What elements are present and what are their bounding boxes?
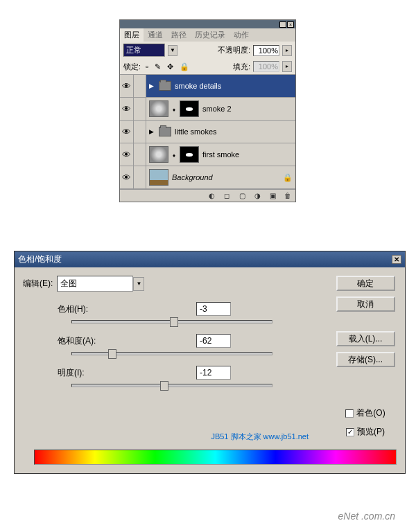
folder-icon xyxy=(159,81,171,91)
disclosure-icon[interactable]: ▶ xyxy=(149,128,154,135)
eye-icon[interactable]: 👁 xyxy=(122,127,131,137)
set-icon[interactable]: ▢ xyxy=(237,192,247,200)
chevron-down-icon[interactable]: ▼ xyxy=(133,277,144,291)
lightness-slider[interactable] xyxy=(71,384,272,387)
chevron-down-icon[interactable]: ▼ xyxy=(168,45,177,56)
slider-thumb[interactable] xyxy=(108,349,116,359)
load-button[interactable]: 载入(L)... xyxy=(336,331,395,346)
lock-label: 锁定: xyxy=(123,62,141,72)
layers-panel: _ × 图层 通道 路径 历史记录 动作 正常 ▼ 不透明度: 100% ▸ 锁… xyxy=(119,19,296,202)
slider-thumb[interactable] xyxy=(160,381,168,391)
hue-input[interactable] xyxy=(196,302,231,316)
minimize-icon[interactable]: _ xyxy=(279,21,286,28)
jb51-watermark: JB51 脚本之家 www.jb51.net xyxy=(211,432,309,442)
layers-list: 👁 ▶smoke details 👁 ⬧smoke 2 👁 ▶little sm… xyxy=(120,75,295,189)
layer-row[interactable]: 👁 ▶smoke details xyxy=(120,75,295,98)
ok-button[interactable]: 确定 xyxy=(336,276,395,291)
lightness-slider-row: 明度(I): xyxy=(58,366,327,387)
saturation-slider[interactable] xyxy=(71,352,272,355)
panel-titlebar: _ × xyxy=(120,20,295,28)
layer-name: little smokes xyxy=(175,127,217,136)
eye-icon[interactable]: 👁 xyxy=(122,150,131,160)
preview-checkbox[interactable]: ✓ xyxy=(346,428,354,436)
hue-saturation-dialog: 色相/饱和度 ✕ 编辑(E): 全图 ▼ 色相(H): 饱和度(A): xyxy=(14,251,406,474)
lightness-input[interactable] xyxy=(196,366,231,380)
edit-label: 编辑(E): xyxy=(23,278,53,290)
link-col[interactable] xyxy=(134,143,146,166)
edit-row: 编辑(E): 全图 ▼ xyxy=(23,276,327,292)
eye-icon[interactable]: 👁 xyxy=(122,172,131,183)
tab-layers[interactable]: 图层 xyxy=(120,28,144,42)
mask-link-icon[interactable]: ⬧ xyxy=(172,151,176,159)
eye-icon[interactable]: 👁 xyxy=(122,104,131,114)
fill-label: 填充: xyxy=(233,62,250,72)
layer-thumbnail[interactable] xyxy=(149,146,168,163)
lock-all-icon[interactable]: 🔒 xyxy=(180,62,189,71)
mask-thumbnail[interactable] xyxy=(180,146,199,163)
preview-label: 预览(P) xyxy=(357,426,385,438)
layer-name: Background xyxy=(172,173,213,181)
adjust-icon[interactable]: ◑ xyxy=(252,192,262,200)
blend-mode-select[interactable]: 正常 xyxy=(123,44,165,57)
lock-icon: 🔒 xyxy=(283,173,293,182)
tab-actions[interactable]: 动作 xyxy=(229,28,253,42)
save-button[interactable]: 存储(S)... xyxy=(336,352,395,367)
colorize-checkbox-row[interactable]: 着色(O) xyxy=(345,407,385,419)
chevron-right-icon: ▸ xyxy=(282,61,292,72)
hue-slider-row: 色相(H): xyxy=(58,302,327,323)
lock-position-icon[interactable]: ✥ xyxy=(167,62,173,71)
layer-thumbnail[interactable] xyxy=(149,100,168,117)
eye-icon[interactable]: 👁 xyxy=(122,81,131,91)
disclosure-icon[interactable]: ▶ xyxy=(149,82,154,89)
layer-thumbnail[interactable] xyxy=(149,169,168,186)
chevron-right-icon[interactable]: ▸ xyxy=(282,45,292,56)
lightness-label: 明度(I): xyxy=(58,367,196,379)
dialog-titlebar[interactable]: 色相/饱和度 ✕ xyxy=(15,251,405,267)
opacity-input[interactable]: 100% xyxy=(253,45,279,56)
mask-icon[interactable]: ◻ xyxy=(222,192,232,200)
colorize-checkbox[interactable] xyxy=(345,409,354,418)
folder-icon xyxy=(159,127,171,136)
lock-paint-icon[interactable]: ✎ xyxy=(155,62,161,71)
opacity-label: 不透明度: xyxy=(218,45,250,55)
link-col[interactable] xyxy=(134,121,146,143)
close-icon[interactable]: ✕ xyxy=(392,255,401,264)
edit-select[interactable]: 全图 xyxy=(57,276,133,292)
saturation-slider-row: 饱和度(A): xyxy=(58,334,327,355)
preview-checkbox-row[interactable]: ✓ 预览(P) xyxy=(346,426,385,438)
link-col[interactable] xyxy=(134,166,146,188)
layer-row[interactable]: 👁 Background🔒 xyxy=(120,166,295,189)
panel-footer: ◐ ◻ ▢ ◑ ▣ 🗑 xyxy=(120,189,295,202)
layer-row[interactable]: 👁 ⬧first smoke xyxy=(120,143,295,166)
mask-link-icon[interactable]: ⬧ xyxy=(172,105,176,113)
blend-row: 正常 ▼ 不透明度: 100% ▸ xyxy=(120,42,295,59)
hue-slider[interactable] xyxy=(71,320,272,323)
cancel-button[interactable]: 取消 xyxy=(336,296,395,312)
dialog-title: 色相/饱和度 xyxy=(18,254,62,265)
tab-channels[interactable]: 通道 xyxy=(144,28,167,42)
link-col[interactable] xyxy=(134,98,146,120)
trash-icon[interactable]: 🗑 xyxy=(283,192,293,200)
tab-paths[interactable]: 路径 xyxy=(167,28,191,42)
spectrum-bar xyxy=(34,450,397,465)
saturation-input[interactable] xyxy=(196,334,231,348)
style-icon[interactable]: ◐ xyxy=(207,192,216,200)
slider-thumb[interactable] xyxy=(170,317,178,327)
layer-name: smoke 2 xyxy=(202,105,232,113)
layer-row[interactable]: 👁 ⬧smoke 2 xyxy=(120,98,295,121)
tab-history[interactable]: 历史记录 xyxy=(191,28,229,42)
hue-label: 色相(H): xyxy=(58,303,196,315)
mask-thumbnail[interactable] xyxy=(180,100,199,117)
saturation-label: 饱和度(A): xyxy=(58,335,196,347)
lock-transparent-icon[interactable]: ▫ xyxy=(146,62,148,71)
fill-input: 100% xyxy=(253,61,279,72)
layer-row[interactable]: 👁 ▶little smokes xyxy=(120,121,295,143)
close-icon[interactable]: × xyxy=(287,21,294,28)
link-col[interactable] xyxy=(134,75,146,97)
enet-watermark: eNet .com.cn xyxy=(338,511,395,522)
dialog-body: 编辑(E): 全图 ▼ 色相(H): 饱和度(A): xyxy=(15,267,405,446)
lock-icons: ▫ ✎ ✥ 🔒 xyxy=(144,62,191,71)
layer-name: first smoke xyxy=(202,150,239,159)
new-layer-icon[interactable]: ▣ xyxy=(268,192,277,200)
panel-tabs: 图层 通道 路径 历史记录 动作 xyxy=(120,28,295,42)
